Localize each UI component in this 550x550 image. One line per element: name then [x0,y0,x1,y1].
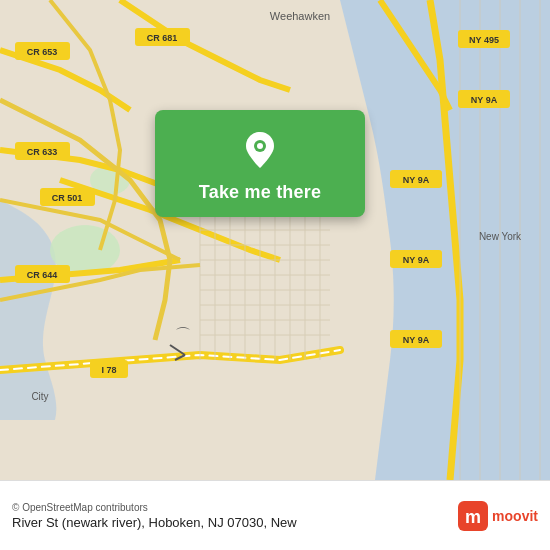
map-svg: CR 653 CR 633 CR 681 NY 495 CR 501 CR 64… [0,0,550,480]
location-info: River St (newark river), Hoboken, NJ 070… [12,515,297,530]
moovit-logo-icon: m [458,501,488,531]
svg-text:CR 681: CR 681 [147,33,178,43]
svg-text:⌒: ⌒ [175,326,191,343]
svg-text:NY 9A: NY 9A [403,255,430,265]
map-container: CR 653 CR 633 CR 681 NY 495 CR 501 CR 64… [0,0,550,480]
svg-text:New York: New York [479,231,522,242]
svg-text:CR 501: CR 501 [52,193,83,203]
svg-text:CR 633: CR 633 [27,147,58,157]
moovit-logo: m moovit [458,501,538,531]
take-me-there-card[interactable]: Take me there [155,110,365,217]
svg-text:NY 9A: NY 9A [471,95,498,105]
moovit-text: moovit [492,508,538,524]
bottom-info: © OpenStreetMap contributors River St (n… [12,502,297,530]
svg-text:m: m [465,507,481,527]
svg-text:NY 495: NY 495 [469,35,499,45]
svg-text:CR 644: CR 644 [27,270,58,280]
svg-text:Weehawken: Weehawken [270,10,330,22]
svg-text:City: City [31,391,48,402]
take-me-there-label: Take me there [199,182,321,203]
location-pin-icon [238,128,282,172]
svg-point-57 [257,143,263,149]
bottom-bar: © OpenStreetMap contributors River St (n… [0,480,550,550]
svg-text:I 78: I 78 [101,365,116,375]
osm-credit: © OpenStreetMap contributors [12,502,297,513]
svg-text:NY 9A: NY 9A [403,335,430,345]
svg-text:CR 653: CR 653 [27,47,58,57]
svg-text:NY 9A: NY 9A [403,175,430,185]
